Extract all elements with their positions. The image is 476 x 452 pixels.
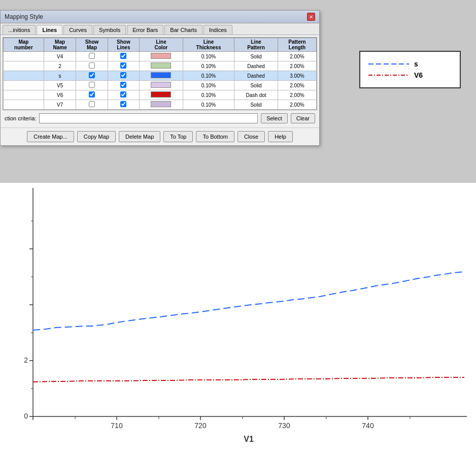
tab-bar-charts[interactable]: Bar Charts [164, 25, 202, 35]
tab-lines[interactable]: Lines [37, 25, 62, 35]
cell-map-number [4, 90, 44, 100]
tab-definitions[interactable]: ...initions [3, 25, 36, 35]
cell-line-color[interactable] [140, 71, 183, 81]
svg-text:740: 740 [362, 422, 374, 430]
cell-line-pattern: Solid [234, 81, 278, 90]
cell-pattern-length: 2.00% [278, 61, 316, 71]
table-row[interactable]: s 0.10% Dashed 3.00% [4, 71, 317, 81]
col-header-pattern-length: PatternLength [278, 38, 316, 52]
criteria-input[interactable] [39, 113, 258, 123]
cell-line-pattern: Dash dot [234, 90, 278, 100]
col-header-line-color: LineColor [140, 38, 183, 52]
close-button[interactable]: Close [237, 131, 265, 142]
create-map-button[interactable]: Create Map... [27, 131, 74, 142]
cell-show-map[interactable] [76, 61, 108, 71]
table-row[interactable]: V5 0.10% Solid 2.00% [4, 81, 317, 90]
col-header-map-name: MapName [44, 38, 76, 52]
table-row[interactable]: V4 0.10% Solid 2.00% [4, 52, 317, 61]
cell-line-thickness: 0.10% [183, 100, 234, 110]
table-row[interactable]: V6 0.10% Dash dot 2.00% [4, 90, 317, 100]
cell-line-pattern: Dashed [234, 61, 278, 71]
dialog-title: Mapping Style [5, 13, 43, 20]
cell-pattern-length: 2.00% [278, 81, 316, 90]
cell-show-lines[interactable] [108, 71, 139, 81]
to-top-button[interactable]: To Top [163, 131, 193, 142]
legend-line-s [368, 61, 409, 67]
dialog-titlebar: Mapping Style ✕ [1, 11, 319, 23]
legend-box: s V6 [359, 51, 461, 88]
legend-label-v6: V6 [414, 71, 423, 79]
svg-text:0: 0 [24, 412, 28, 420]
col-header-map-number: Mapnumber [4, 38, 44, 52]
cell-line-pattern: Solid [234, 100, 278, 110]
cell-map-name: 2 [44, 61, 76, 71]
svg-text:730: 730 [278, 422, 290, 430]
chart-area: 0 2 710 720 730 740 V1 [0, 183, 476, 452]
col-header-show-map: ShowMap [76, 38, 108, 52]
cell-show-map[interactable] [76, 100, 108, 110]
mapping-style-dialog: Mapping Style ✕ ...initions Lines Curves… [0, 10, 320, 146]
cell-map-number [4, 61, 44, 71]
legend-item-v6: V6 [368, 71, 452, 79]
cell-show-map[interactable] [76, 81, 108, 90]
col-header-show-lines: ShowLines [108, 38, 139, 52]
legend-line-v6 [368, 72, 409, 78]
dialog-footer: Create Map... Copy Map Delete Map To Top… [1, 127, 319, 145]
tab-symbols[interactable]: Symbols [93, 25, 126, 35]
cell-pattern-length: 3.00% [278, 71, 316, 81]
cell-line-pattern: Solid [234, 52, 278, 61]
cell-line-thickness: 0.10% [183, 71, 234, 81]
to-bottom-button[interactable]: To Bottom [196, 131, 234, 142]
cell-map-number [4, 81, 44, 90]
cell-line-thickness: 0.10% [183, 52, 234, 61]
cell-line-color[interactable] [140, 61, 183, 71]
delete-map-button[interactable]: Delete Map [119, 131, 160, 142]
cell-map-name: V7 [44, 100, 76, 110]
col-header-line-pattern: LinePattern [234, 38, 278, 52]
cell-show-lines[interactable] [108, 90, 139, 100]
cell-line-pattern: Dashed [234, 71, 278, 81]
svg-text:2: 2 [24, 356, 28, 364]
cell-map-number [4, 100, 44, 110]
cell-show-lines[interactable] [108, 52, 139, 61]
cell-map-number [4, 52, 44, 61]
legend-item-s: s [368, 60, 452, 68]
mapping-table-wrapper: Mapnumber MapName ShowMap ShowLines Line… [3, 37, 317, 110]
cell-line-color[interactable] [140, 81, 183, 90]
legend-label-s: s [414, 60, 418, 68]
cell-show-lines[interactable] [108, 100, 139, 110]
cell-line-thickness: 0.10% [183, 81, 234, 90]
help-button[interactable]: Help [268, 131, 293, 142]
table-row[interactable]: 2 0.10% Dashed 2.00% [4, 61, 317, 71]
cell-line-thickness: 0.10% [183, 90, 234, 100]
col-header-line-thickness: LineThickness [183, 38, 234, 52]
cell-pattern-length: 2.00% [278, 90, 316, 100]
svg-text:V1: V1 [244, 435, 254, 443]
cell-map-name: V4 [44, 52, 76, 61]
select-button[interactable]: Select [261, 113, 288, 123]
cell-show-lines[interactable] [108, 81, 139, 90]
cell-map-name: V5 [44, 81, 76, 90]
cell-map-name: s [44, 71, 76, 81]
cell-line-thickness: 0.10% [183, 61, 234, 71]
tab-indices[interactable]: Indices [203, 25, 232, 35]
cell-show-lines[interactable] [108, 61, 139, 71]
cell-line-color[interactable] [140, 52, 183, 61]
copy-map-button[interactable]: Copy Map [77, 131, 116, 142]
cell-line-color[interactable] [140, 90, 183, 100]
svg-text:720: 720 [194, 422, 207, 430]
cell-pattern-length: 2.00% [278, 52, 316, 61]
criteria-label: ction criteria: [5, 115, 36, 121]
cell-show-map[interactable] [76, 71, 108, 81]
criteria-row: ction criteria: Select Clear [3, 111, 317, 125]
cell-show-map[interactable] [76, 52, 108, 61]
cell-show-map[interactable] [76, 90, 108, 100]
chart-svg: 0 2 710 720 730 740 V1 [0, 183, 476, 452]
clear-button[interactable]: Clear [291, 113, 315, 123]
tab-curves[interactable]: Curves [63, 25, 92, 35]
table-row[interactable]: V7 0.10% Solid 2.00% [4, 100, 317, 110]
close-icon[interactable]: ✕ [307, 13, 315, 21]
tab-error-bars[interactable]: Error Bars [127, 25, 163, 35]
dialog-content: Mapnumber MapName ShowMap ShowLines Line… [1, 35, 319, 127]
cell-line-color[interactable] [140, 100, 183, 110]
